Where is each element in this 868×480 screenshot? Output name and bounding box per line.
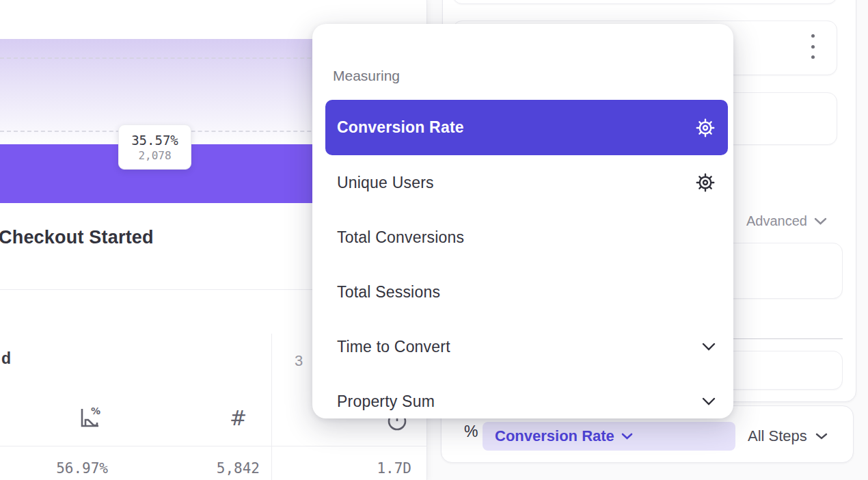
menu-item-conversion-rate[interactable]: Conversion Rate [325, 100, 728, 155]
kebab-menu-icon[interactable] [808, 34, 817, 59]
table-row-divider [0, 446, 427, 446]
svg-text:%: % [91, 405, 100, 416]
menu-item-time-to-convert[interactable]: Time to Convert [325, 327, 728, 366]
all-steps-label: All Steps [748, 427, 807, 445]
cell-time: 1.7D [329, 460, 411, 477]
chevron-down-icon [702, 397, 716, 405]
step-header-label: Checkout Started [0, 227, 154, 248]
menu-item-property-sum[interactable]: Property Sum [325, 382, 728, 421]
table-column-divider [271, 334, 272, 480]
menu-item-label: Conversion Rate [337, 118, 464, 137]
tooltip-count: 2,078 [138, 149, 171, 162]
chevron-down-icon [815, 433, 828, 440]
cell-conversion-rate: 56.97% [26, 460, 108, 477]
chevron-down-icon [621, 433, 633, 440]
menu-item-label: Time to Convert [337, 338, 450, 356]
menu-item-label: Property Sum [337, 392, 435, 411]
table-step3-label: 3 [295, 352, 303, 370]
gear-icon[interactable] [695, 172, 716, 193]
menu-item-label: Total Sessions [337, 283, 440, 302]
percent-symbol: % [464, 423, 478, 441]
menu-item-total-sessions[interactable]: Total Sessions [325, 272, 728, 312]
chevron-down-icon [814, 217, 827, 225]
funnel-tooltip: 35.57% 2,078 [118, 124, 191, 170]
measuring-menu: Measuring Conversion Rate Unique Users T… [312, 24, 733, 418]
builder-row-card[interactable] [452, 0, 837, 4]
menu-item-label: Total Conversions [337, 228, 464, 247]
menu-item-label: Unique Users [337, 174, 434, 192]
advanced-label: Advanced [746, 213, 807, 229]
metric-chip-dropdown[interactable]: Conversion Rate [483, 422, 735, 451]
measuring-menu-label: Measuring [333, 68, 400, 84]
gear-icon[interactable] [695, 118, 716, 138]
conversion-rate-icon: % [77, 405, 103, 431]
metric-chip-label: Conversion Rate [495, 427, 614, 445]
cell-count: 5,842 [178, 460, 260, 477]
tooltip-rate: 35.57% [131, 133, 178, 148]
count-icon: # [230, 406, 247, 430]
chevron-down-icon [702, 343, 716, 351]
table-step2-label-fragment: d [1, 349, 11, 368]
menu-item-total-conversions[interactable]: Total Conversions [325, 217, 728, 257]
menu-item-unique-users[interactable]: Unique Users [325, 163, 728, 202]
all-steps-dropdown[interactable]: All Steps [748, 422, 828, 451]
